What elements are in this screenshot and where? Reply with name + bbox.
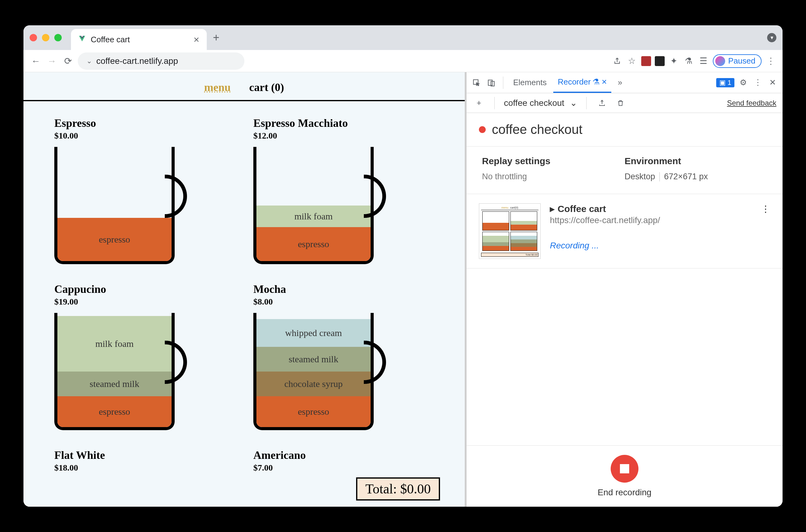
extension-1-icon[interactable] bbox=[641, 56, 651, 66]
cup-body: espresso bbox=[54, 147, 175, 264]
end-recording-button[interactable] bbox=[611, 455, 638, 482]
nav-menu-link[interactable]: menu bbox=[204, 81, 231, 94]
cup-body: milk foamespresso bbox=[253, 147, 374, 264]
chrome-menu-icon[interactable]: ⋮ bbox=[765, 56, 776, 66]
tab-title: Coffee cart bbox=[91, 35, 189, 44]
replay-settings-col[interactable]: Replay settings No throttling bbox=[482, 156, 625, 182]
tab-strip: Coffee cart × + ▾ bbox=[23, 25, 783, 50]
settings-gear-icon[interactable]: ⚙ bbox=[737, 77, 749, 89]
close-tab-icon[interactable]: × bbox=[193, 34, 199, 45]
maximize-window-button[interactable] bbox=[54, 34, 62, 41]
flask-icon: ⚗ bbox=[593, 77, 599, 87]
back-button[interactable]: ← bbox=[30, 55, 42, 67]
browser-tab[interactable]: Coffee cart × bbox=[71, 29, 207, 50]
stop-icon bbox=[620, 464, 629, 473]
recording-title: coffee checkout bbox=[492, 122, 582, 137]
product-name: Mocha bbox=[253, 283, 434, 296]
cup-handle bbox=[165, 175, 187, 218]
total-box[interactable]: Total: $0.00 bbox=[356, 477, 440, 500]
cup-layer: espresso bbox=[57, 396, 172, 427]
minimize-window-button[interactable] bbox=[42, 34, 50, 41]
url-field[interactable]: ⌄ coffee-cart.netlify.app bbox=[78, 53, 244, 70]
share-icon[interactable] bbox=[612, 56, 623, 66]
throttling-value: No throttling bbox=[482, 172, 625, 182]
close-window-button[interactable] bbox=[30, 34, 37, 41]
recording-step[interactable]: menucart(0) Total $0.00 ▸ Coffee cart ht… bbox=[466, 194, 783, 268]
replay-settings-heading: Replay settings bbox=[482, 156, 625, 166]
forward-button[interactable]: → bbox=[46, 55, 58, 67]
product-card[interactable]: Espresso$10.00espresso bbox=[54, 117, 235, 267]
browser-window: Coffee cart × + ▾ ← → ⟳ ⌄ coffee-cart.ne… bbox=[23, 25, 783, 507]
inspect-element-icon[interactable] bbox=[470, 77, 483, 89]
product-price: $12.00 bbox=[253, 131, 434, 141]
page-nav: menu cart (0) bbox=[23, 72, 465, 101]
reading-list-icon[interactable]: ☰ bbox=[698, 56, 709, 66]
new-tab-button[interactable]: + bbox=[213, 31, 219, 44]
end-recording-label: End recording bbox=[598, 488, 651, 497]
coffee-cup: milk foamsteamed milkespresso bbox=[54, 313, 187, 433]
product-price: $18.00 bbox=[54, 463, 235, 473]
address-bar: ← → ⟳ ⌄ coffee-cart.netlify.app ☆ ✦ ⚗ ☰ … bbox=[23, 50, 783, 72]
recording-selector[interactable]: coffee checkout ⌄ bbox=[504, 98, 577, 108]
extensions-puzzle-icon[interactable]: ✦ bbox=[668, 56, 679, 66]
cup-handle bbox=[165, 341, 187, 384]
chevron-down-icon: ⌄ bbox=[570, 98, 577, 108]
cup-body: whipped creamsteamed milkchocolate syrup… bbox=[253, 313, 374, 430]
cup-layer: chocolate syrup bbox=[256, 372, 370, 396]
product-price: $10.00 bbox=[54, 131, 235, 141]
product-card[interactable]: Mocha$8.00whipped creamsteamed milkchoco… bbox=[253, 283, 434, 433]
send-feedback-link[interactable]: Send feedback bbox=[727, 99, 776, 108]
product-price: $19.00 bbox=[54, 297, 235, 307]
tab-search-icon[interactable]: ▾ bbox=[767, 33, 776, 42]
environment-heading: Environment bbox=[625, 156, 767, 166]
product-price: $8.00 bbox=[253, 297, 434, 307]
product-card[interactable]: Flat White$18.00 bbox=[54, 449, 235, 473]
cup-handle bbox=[364, 175, 386, 218]
cup-layer: espresso bbox=[57, 218, 172, 261]
product-card[interactable]: Americano$7.00 bbox=[253, 449, 434, 473]
step-title: Coffee cart bbox=[558, 204, 606, 214]
export-icon[interactable] bbox=[596, 97, 608, 109]
recording-status: Recording ... bbox=[550, 241, 752, 251]
expand-caret-icon[interactable]: ▸ bbox=[550, 203, 555, 214]
product-name: Flat White bbox=[54, 449, 235, 462]
recording-settings: Replay settings No throttling Environmen… bbox=[466, 147, 783, 194]
labs-flask-icon[interactable]: ⚗ bbox=[683, 56, 694, 66]
cup-layer: espresso bbox=[256, 227, 370, 261]
new-recording-icon[interactable]: + bbox=[473, 97, 485, 109]
chat-icon: ▣ bbox=[719, 79, 726, 87]
devtools-tab-bar: Elements Recorder ⚗ ✕ » ▣ 1 ⚙ ⋮ ✕ bbox=[466, 72, 783, 93]
close-panel-icon[interactable]: ✕ bbox=[601, 78, 607, 86]
bookmark-icon[interactable]: ☆ bbox=[627, 56, 637, 66]
cup-layer: milk foam bbox=[256, 206, 370, 227]
issues-badge[interactable]: ▣ 1 bbox=[716, 78, 734, 87]
step-url: https://coffee-cart.netlify.app/ bbox=[550, 215, 752, 225]
reload-button[interactable]: ⟳ bbox=[62, 55, 74, 67]
product-name: Espresso bbox=[54, 117, 235, 130]
product-card[interactable]: Espresso Macchiato$12.00milk foamespress… bbox=[253, 117, 434, 267]
cup-layer: steamed milk bbox=[57, 372, 172, 396]
more-options-icon[interactable]: ⋮ bbox=[752, 77, 764, 89]
step-menu-icon[interactable]: ⋮ bbox=[761, 203, 770, 259]
cup-layer: whipped cream bbox=[256, 319, 370, 347]
coffee-cup: whipped creamsteamed milkchocolate syrup… bbox=[253, 313, 386, 433]
profile-paused-badge[interactable]: Paused bbox=[713, 54, 762, 68]
delete-icon[interactable] bbox=[614, 97, 627, 109]
close-devtools-icon[interactable]: ✕ bbox=[767, 77, 779, 89]
tab-elements[interactable]: Elements bbox=[509, 72, 551, 93]
site-info-icon[interactable]: ⌄ bbox=[87, 57, 92, 65]
device-toggle-icon[interactable] bbox=[485, 77, 497, 89]
coffee-cup: milk foamespresso bbox=[253, 147, 386, 267]
env-size: 672×671 px bbox=[664, 172, 708, 182]
step-info: ▸ Coffee cart https://coffee-cart.netlif… bbox=[550, 203, 752, 259]
devtools-panel: Elements Recorder ⚗ ✕ » ▣ 1 ⚙ ⋮ ✕ + bbox=[465, 72, 783, 507]
cup-handle bbox=[364, 341, 386, 384]
product-card[interactable]: Cappucino$19.00milk foamsteamed milkespr… bbox=[54, 283, 235, 433]
nav-cart-link[interactable]: cart (0) bbox=[249, 81, 284, 94]
extension-2-icon[interactable] bbox=[655, 56, 665, 66]
tab-recorder[interactable]: Recorder ⚗ ✕ bbox=[553, 72, 611, 93]
recorder-footer: End recording bbox=[466, 445, 783, 507]
more-tabs-icon[interactable]: » bbox=[614, 77, 626, 89]
paused-label: Paused bbox=[728, 56, 755, 66]
environment-col[interactable]: Environment Desktop 672×671 px bbox=[625, 156, 767, 182]
